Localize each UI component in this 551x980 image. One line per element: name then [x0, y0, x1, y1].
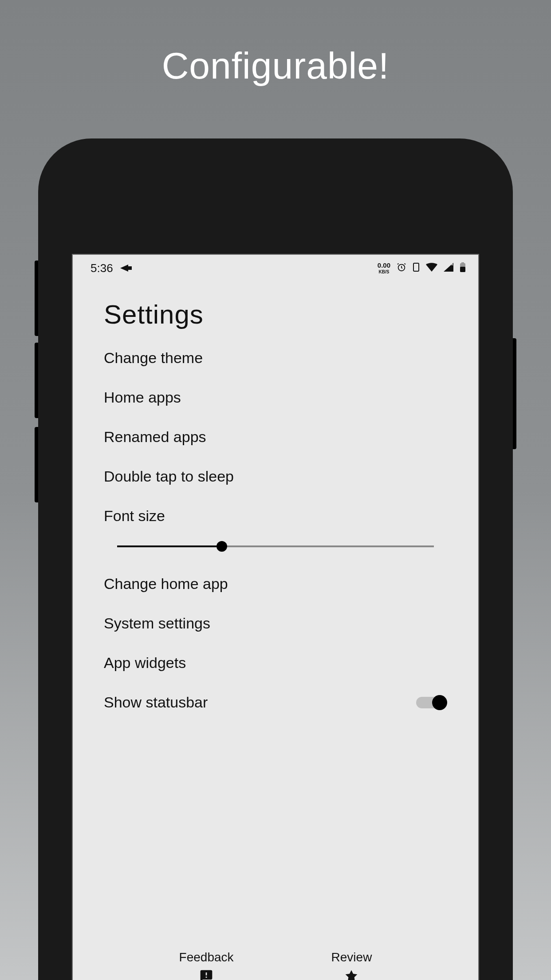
- feedback-button[interactable]: Feedback: [179, 950, 234, 980]
- svg-rect-7: [206, 976, 207, 978]
- star-icon: [344, 969, 358, 980]
- settings-screen: Settings Change theme Home apps Renamed …: [73, 278, 478, 980]
- feedback-icon: [199, 969, 213, 980]
- phone-outline-icon: [413, 262, 420, 274]
- svg-text:x: x: [451, 263, 453, 266]
- toggle-thumb: [432, 695, 447, 710]
- show-statusbar-label: Show statusbar: [104, 694, 208, 711]
- battery-icon: [460, 262, 466, 274]
- home-apps-item[interactable]: Home apps: [104, 389, 447, 406]
- wifi-icon: [426, 263, 437, 273]
- svg-rect-1: [413, 263, 419, 271]
- phone-frame: 5:36 0.00 KB/S: [38, 138, 513, 980]
- footer: Feedback Review: [73, 950, 478, 980]
- slider-fill: [117, 545, 222, 547]
- slider-thumb[interactable]: [216, 541, 227, 552]
- system-settings-item[interactable]: System settings: [104, 615, 447, 632]
- show-statusbar-toggle[interactable]: [416, 695, 447, 710]
- review-button[interactable]: Review: [331, 950, 372, 980]
- double-tap-sleep-item[interactable]: Double tap to sleep: [104, 468, 447, 485]
- svg-rect-6: [206, 972, 207, 976]
- alarm-icon: [397, 262, 406, 274]
- phone-screen: 5:36 0.00 KB/S: [72, 254, 479, 980]
- status-bar-right: 0.00 KB/S: [378, 262, 466, 274]
- back-arrow-icon: [120, 265, 128, 272]
- promo-headline: Configurable!: [0, 44, 551, 87]
- phone-volume-down-button: [35, 343, 38, 418]
- svg-rect-5: [461, 262, 464, 264]
- network-speed-indicator: 0.00 KB/S: [378, 262, 390, 274]
- change-home-app-item[interactable]: Change home app: [104, 575, 447, 593]
- feedback-label: Feedback: [179, 950, 234, 964]
- change-theme-item[interactable]: Change theme: [104, 349, 447, 367]
- settings-list: Change theme Home apps Renamed apps Doub…: [104, 349, 447, 711]
- font-size-label: Font size: [104, 507, 447, 525]
- page-title: Settings: [104, 299, 447, 330]
- font-size-slider[interactable]: [117, 540, 434, 553]
- cellular-signal-icon: x: [444, 263, 453, 273]
- app-widgets-item[interactable]: App widgets: [104, 654, 447, 672]
- svg-rect-4: [460, 267, 465, 272]
- phone-volume-up-button: [35, 261, 38, 336]
- renamed-apps-item[interactable]: Renamed apps: [104, 428, 447, 446]
- phone-power-button: [513, 338, 516, 449]
- status-time: 5:36: [91, 261, 113, 275]
- status-bar: 5:36 0.00 KB/S: [73, 255, 478, 278]
- status-bar-left: 5:36: [91, 261, 128, 275]
- phone-side-button: [35, 427, 38, 502]
- review-label: Review: [331, 950, 372, 964]
